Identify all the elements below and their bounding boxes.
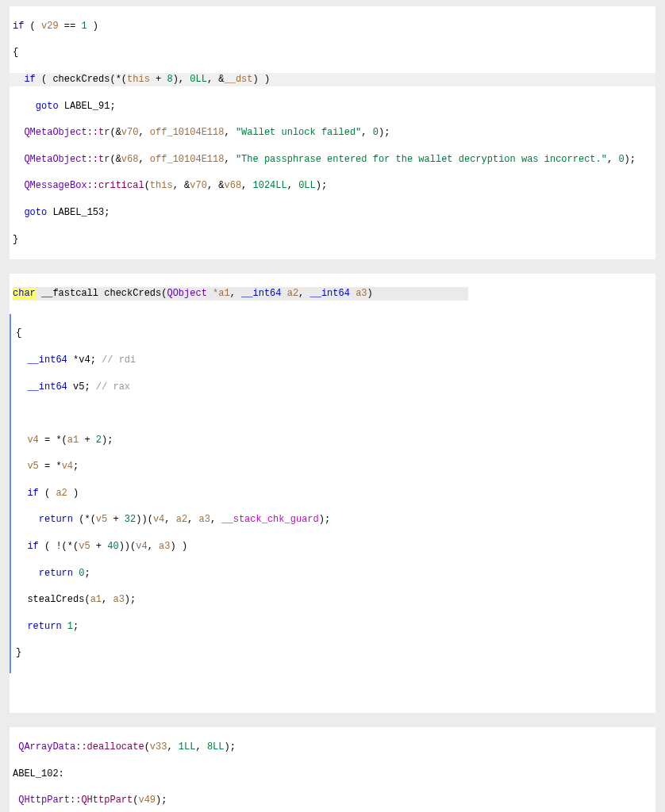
kw-if: if xyxy=(13,21,24,32)
decompile-block-3: QArrayData::deallocate(v33, 1LL, 8LL); A… xyxy=(10,727,655,812)
decompile-block-1: if ( v29 == 1 ) { if ( checkCreds(*(this… xyxy=(10,6,655,259)
decompile-block-2: char __fastcall checkCreds(QObject *a1, … xyxy=(10,274,655,713)
label-102: ABEL_102: xyxy=(10,768,655,781)
